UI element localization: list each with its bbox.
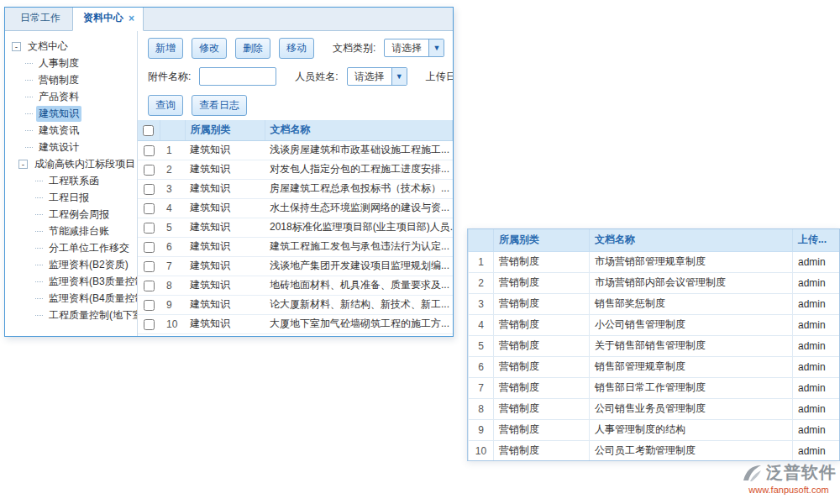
table-row[interactable]: 3 建筑知识 房屋建筑工程总承包投标书（技术标）... <box>138 179 453 198</box>
row-checkbox[interactable] <box>144 145 155 156</box>
table-row[interactable]: 1 建筑知识 浅谈房屋建筑和市政基础设施工程施工... <box>138 140 453 160</box>
row-doc-name[interactable]: 销售部奖惩制度 <box>590 293 793 314</box>
table-row[interactable]: 7 建筑知识 浅谈地产集团开发建设项目监理规划编... <box>138 256 453 276</box>
row-uploader: admin <box>793 440 840 461</box>
row-doc-name[interactable]: 小公司销售管理制度 <box>590 314 793 335</box>
table-row[interactable]: 10 营销制度 公司员工考勤管理制度 admin <box>469 440 840 461</box>
edit-button[interactable]: 修改 <box>192 38 227 59</box>
tree-item-doc-center[interactable]: - 文档中心 <box>5 38 137 55</box>
row-checkbox[interactable] <box>144 319 155 330</box>
tree-item-construction-news[interactable]: 建筑资讯 <box>5 122 137 139</box>
close-icon[interactable]: × <box>129 13 134 24</box>
table-row[interactable]: 2 营销制度 市场营销部内部会议管理制度 admin <box>469 272 840 293</box>
tree-item-supervision-b2[interactable]: 监理资料(B2资质) <box>5 256 137 273</box>
collapse-icon[interactable]: - <box>18 160 28 169</box>
tree-item-label: 监理资料(B2资质) <box>46 257 131 273</box>
table-row[interactable]: 4 营销制度 小公司销售管理制度 admin <box>469 314 840 335</box>
table-row[interactable]: 9 建筑知识 论大厦新材料、新结构、新技术、新工... <box>138 295 453 314</box>
tree-item-project-root[interactable]: - 成渝高铁内江标段项目 <box>5 155 137 172</box>
row-checkbox[interactable] <box>144 261 155 272</box>
row-doc-name[interactable]: 公司销售业务员管理制度 <box>590 398 793 419</box>
row-checkbox[interactable] <box>144 184 155 195</box>
row-checkbox[interactable] <box>144 300 155 311</box>
tree-item-project-letter[interactable]: 工程联系函 <box>5 172 137 189</box>
tree-item-project-weekly-report[interactable]: 工程例会周报 <box>5 206 137 223</box>
delete-button[interactable]: 删除 <box>235 38 270 59</box>
row-number: 7 <box>469 377 494 398</box>
row-checkbox[interactable] <box>144 242 155 253</box>
table-row[interactable]: 3 营销制度 销售部奖惩制度 admin <box>469 293 840 314</box>
row-doc-name[interactable]: 关于销售部销售管理制度 <box>590 335 793 356</box>
row-doc-name[interactable]: 建筑工程施工发包与承包违法行为认定... <box>265 237 453 256</box>
tree-item-project-daily-report[interactable]: 工程日报 <box>5 189 137 206</box>
tree-item-product-data[interactable]: 产品资料 <box>5 88 137 105</box>
row-doc-name[interactable]: 地砖地面材料、机具准备、质量要求及... <box>265 276 453 295</box>
table-row[interactable]: 8 建筑知识 地砖地面材料、机具准备、质量要求及... <box>138 276 453 295</box>
tree-item-supervision-b3[interactable]: 监理资料(B3质量控制) <box>5 273 137 290</box>
tree-item-hr-policy[interactable]: 人事制度 <box>5 55 137 71</box>
table-row[interactable]: 5 建筑知识 2018标准化监理项目部(业主项目部)人员... <box>138 218 453 237</box>
row-doc-name[interactable]: 销售部管理规章制度 <box>590 356 793 377</box>
row-number: 2 <box>469 272 494 293</box>
row-checkbox[interactable] <box>144 165 155 176</box>
query-button[interactable]: 查询 <box>148 95 183 116</box>
row-doc-name[interactable]: 市场营销部管理规章制度 <box>590 251 793 272</box>
table-row[interactable]: 4 建筑知识 水土保持生态环境监测网络的建设与资... <box>138 198 453 218</box>
row-uploader: admin <box>793 377 840 398</box>
row-checkbox[interactable] <box>144 223 155 234</box>
row-doc-name[interactable]: 对发包人指定分包的工程施工进度安排... <box>265 160 453 179</box>
tree-item-supervision-b4[interactable]: 监理资料(B4质量控制) <box>5 290 137 307</box>
row-doc-name[interactable]: 论大厦新材料、新结构、新技术、新工... <box>265 295 453 314</box>
row-checkbox[interactable] <box>144 281 155 291</box>
row-category: 营销制度 <box>494 272 590 293</box>
table-row[interactable]: 9 营销制度 人事管理制度的结构 admin <box>469 419 840 440</box>
col-doc-name: 文档名称 <box>265 120 453 140</box>
person-name-value: 请选择 <box>348 70 391 84</box>
row-doc-name[interactable]: 销售部日常工作管理制度 <box>590 377 793 398</box>
view-log-button[interactable]: 查看日志 <box>192 95 247 116</box>
row-doc-name[interactable]: 房屋建筑工程总承包投标书（技术标）... <box>265 179 453 198</box>
row-category: 营销制度 <box>494 377 590 398</box>
row-uploader: admin <box>793 314 840 335</box>
tree-item-construction-knowledge[interactable]: 建筑知识 <box>5 105 137 122</box>
document-list-panel: 新增 修改 删除 移动 文档类别: 请选择 ▼ 文档 附件名称: 人员姓名: 请… <box>138 31 453 337</box>
table-row[interactable]: 5 营销制度 关于销售部销售管理制度 admin <box>469 335 840 356</box>
tree-item-work-transfer[interactable]: 分工单位工作移交 <box>5 239 137 256</box>
move-button[interactable]: 移动 <box>279 38 314 59</box>
table-row[interactable]: 10 建筑知识 大厦地下室加气砼墙砌筑工程的施工方... <box>138 314 453 333</box>
collapse-icon[interactable]: - <box>12 42 21 51</box>
tab-daily-work[interactable]: 日常工作 <box>8 7 72 30</box>
row-number: 7 <box>160 256 185 276</box>
tree-item-energy-ledger[interactable]: 节能减排台账 <box>5 223 137 239</box>
fanpu-logo-icon <box>741 463 763 483</box>
attachment-name-input[interactable] <box>199 67 276 86</box>
attachment-name-label: 附件名称: <box>148 70 191 84</box>
row-doc-name[interactable]: 浅谈地产集团开发建设项目监理规划编... <box>265 256 453 276</box>
tree-item-construction-design[interactable]: 建筑设计 <box>5 139 137 155</box>
marketing-table: 所属别类 文档名称 上传... 1 营销制度 市场营销部管理规章制度 admin… <box>468 229 840 461</box>
table-row[interactable]: 7 营销制度 销售部日常工作管理制度 admin <box>469 377 840 398</box>
table-row[interactable]: 1 营销制度 市场营销部管理规章制度 admin <box>469 251 840 272</box>
add-button[interactable]: 新增 <box>148 38 183 59</box>
row-doc-name[interactable]: 2018标准化监理项目部(业主项目部)人员... <box>265 218 453 237</box>
person-name-select[interactable]: 请选择 ▼ <box>347 67 407 86</box>
row-doc-name[interactable]: 公司员工考勤管理制度 <box>590 440 793 461</box>
row-doc-name[interactable]: 人事管理制度的结构 <box>590 419 793 440</box>
table-row[interactable]: 2 建筑知识 对发包人指定分包的工程施工进度安排... <box>138 160 453 179</box>
row-category: 营销制度 <box>494 440 590 461</box>
row-doc-name[interactable]: 浅谈房屋建筑和市政基础设施工程施工... <box>265 140 453 160</box>
tree-item-marketing-policy[interactable]: 营销制度 <box>5 71 137 88</box>
select-all-checkbox[interactable] <box>143 125 154 136</box>
row-checkbox[interactable] <box>144 203 155 214</box>
row-doc-name[interactable]: 水土保持生态环境监测网络的建设与资... <box>265 198 453 218</box>
table-row[interactable]: 6 建筑知识 建筑工程施工发包与承包违法行为认定... <box>138 237 453 256</box>
row-doc-name[interactable]: 大厦地下室加气砼墙砌筑工程的施工方... <box>265 314 453 333</box>
table-row[interactable]: 6 营销制度 销售部管理规章制度 admin <box>469 356 840 377</box>
row-category: 营销制度 <box>494 356 590 377</box>
row-doc-name[interactable]: 市场营销部内部会议管理制度 <box>590 272 793 293</box>
tab-data-center[interactable]: 资料中心 × <box>72 7 144 31</box>
tree-item-label: 监理资料(B4质量控制) <box>46 291 137 307</box>
doc-category-select[interactable]: 请选择 ▼ <box>384 39 444 57</box>
tree-item-quality-basement[interactable]: 工程质量控制(地下室) <box>5 307 137 323</box>
table-row[interactable]: 8 营销制度 公司销售业务员管理制度 admin <box>469 398 840 419</box>
